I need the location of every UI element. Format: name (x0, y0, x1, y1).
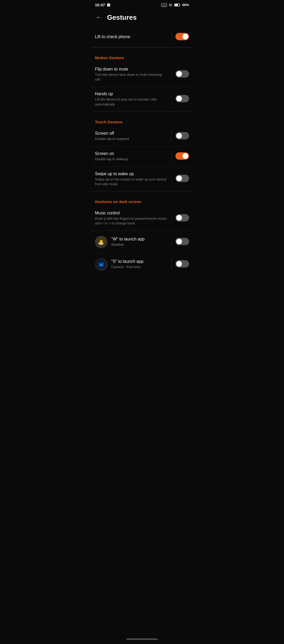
page-header: ← Gestures (91, 9, 193, 27)
lift-check-toggle[interactable] (175, 33, 189, 41)
svg-text:144: 144 (163, 4, 166, 6)
screen-off-toggle[interactable] (175, 132, 189, 140)
content-area: Lift to check phone Motion Gesture Flip … (91, 27, 193, 291)
section-dark-screen: Gestures on dark screen Music control Dr… (91, 194, 193, 275)
screen-on-toggle[interactable] (175, 152, 189, 161)
s-launch-desc: Camera - front lens (111, 265, 168, 269)
setting-w-launch: "W" to launch app Weather (91, 231, 193, 253)
hands-up-toggle[interactable] (175, 95, 189, 103)
s-launch-title: "S" to launch app (111, 259, 168, 264)
w-launch-desc: Weather (111, 242, 168, 247)
w-launch-title: "W" to launch app (111, 237, 168, 242)
status-time: 10:47 (95, 3, 105, 7)
setting-hands-up: Hands up Lift the device to your ear to … (91, 87, 193, 111)
nav-bar (91, 636, 193, 644)
dark-screen-header: Gestures on dark screen (91, 194, 193, 206)
weather-app-icon (95, 236, 108, 248)
swipe-wake-desc: Swipe up on the screen to wake up your d… (95, 177, 168, 187)
section-motion-gesture: Motion Gesture Flip down to mute Turn th… (91, 50, 193, 112)
setting-lift-to-check: Lift to check phone (91, 27, 193, 47)
svg-rect-3 (175, 4, 178, 6)
divider (171, 174, 172, 184)
status-bar-right: 144 66% (161, 3, 189, 7)
s-launch-toggle[interactable] (175, 260, 189, 269)
setting-music-control: Music control Draw || with two fingers t… (91, 206, 193, 231)
lift-check-title: Lift to check phone (95, 34, 168, 39)
divider (171, 213, 172, 224)
nav-pill (126, 638, 158, 640)
swipe-wake-toggle[interactable] (175, 175, 189, 183)
flip-mute-desc: Turn the device face down to mute incomi… (95, 72, 168, 82)
divider (171, 151, 172, 162)
music-ctrl-desc: Draw || with two fingers to pause/resume… (95, 216, 168, 226)
divider (171, 259, 172, 270)
divider (171, 94, 172, 104)
section-touch-gesture: Touch Gesture Screen off Double tap to s… (91, 114, 193, 191)
back-button[interactable]: ← (95, 13, 103, 22)
refresh-rate-icon: 144 (161, 3, 167, 7)
w-launch-toggle[interactable] (175, 238, 189, 246)
flip-mute-title: Flip down to mute (95, 67, 168, 72)
swipe-wake-title: Swipe up to wake up (95, 172, 168, 176)
divider (171, 69, 172, 80)
music-ctrl-toggle[interactable] (175, 214, 189, 223)
hands-up-title: Hands up (95, 92, 168, 96)
svg-point-7 (98, 242, 102, 244)
motion-gesture-header: Motion Gesture (91, 50, 193, 62)
status-bar-left: 10:47 (95, 3, 111, 7)
setting-screen-off: Screen off Double tap to suspend (91, 126, 193, 147)
screen-off-desc: Double tap to suspend (95, 137, 168, 141)
hands-up-desc: Lift the device to your ear to answer ca… (95, 97, 168, 107)
setting-s-launch: "S" to launch app Camera - front lens (91, 253, 193, 275)
page-title: Gestures (107, 13, 137, 22)
divider (171, 32, 172, 42)
mute-icon (169, 3, 173, 7)
setting-flip-down-mute: Flip down to mute Turn the device face d… (91, 62, 193, 87)
battery-icon (174, 3, 181, 7)
music-ctrl-title: Music control (95, 211, 168, 215)
screen-on-title: Screen on (95, 151, 168, 156)
photo-icon (106, 3, 111, 7)
status-bar: 10:47 144 66% (91, 0, 193, 9)
divider (171, 131, 172, 142)
divider (171, 237, 172, 247)
screen-on-desc: Double tap to wakeup (95, 157, 168, 162)
setting-swipe-up-wake: Swipe up to wake up Swipe up on the scre… (91, 167, 193, 191)
svg-marker-14 (103, 263, 104, 263)
battery-percentage: 66% (182, 3, 189, 7)
touch-gesture-header: Touch Gesture (91, 114, 193, 126)
svg-point-13 (101, 264, 102, 265)
flip-mute-toggle[interactable] (175, 70, 189, 79)
screen-off-title: Screen off (95, 131, 168, 136)
setting-screen-on: Screen on Double tap to wakeup (91, 147, 193, 167)
camera-app-icon (95, 258, 108, 271)
